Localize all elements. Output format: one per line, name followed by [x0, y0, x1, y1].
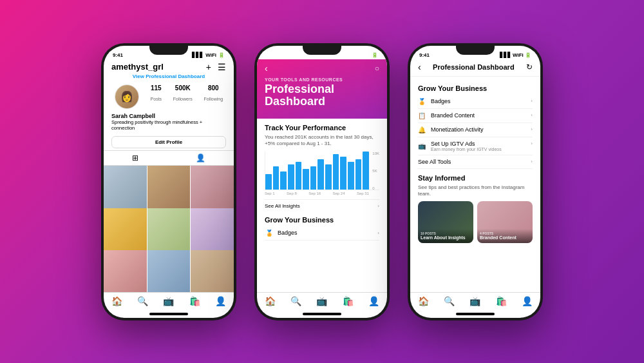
grid-cell-6[interactable]: [191, 208, 234, 251]
badges-chevron: ›: [377, 230, 379, 236]
chevron-icon: ›: [377, 203, 379, 209]
menu-title: Professional Dashboard: [433, 63, 515, 71]
following-stat: 800 Following: [204, 84, 223, 103]
home-icon-2[interactable]: 🏠: [265, 296, 276, 306]
chart-bar: [333, 154, 339, 190]
photo-nav: ⊞ 👤: [104, 150, 234, 166]
grid-cell-2[interactable]: [147, 166, 191, 209]
grow-title-3: Grow Your Business: [418, 84, 533, 92]
branded-menu-label: Branded Content: [431, 112, 475, 119]
grid-cell-4[interactable]: [104, 208, 147, 251]
home-icon[interactable]: 🏠: [111, 296, 122, 306]
stay-informed-title: Stay Informed: [418, 174, 533, 182]
shop-icon[interactable]: 🛍️: [189, 296, 200, 306]
badges-menu-label: Badges: [431, 98, 451, 104]
menu-item-igtv[interactable]: 📺 Set Up IGTV Ads Earn money from your I…: [418, 137, 533, 155]
avatar: 👩: [115, 84, 139, 109]
status-time-1: 9:41: [113, 52, 123, 58]
grid-cell-8[interactable]: [147, 250, 191, 292]
edit-profile-button[interactable]: Edit Profile: [111, 136, 226, 148]
shop-icon-3[interactable]: 🛍️: [496, 296, 507, 306]
followers-stat: 500K Followers: [173, 84, 193, 103]
chart-bar: [363, 152, 369, 190]
chart-bar: [288, 164, 294, 190]
chart-bar: [355, 159, 362, 190]
see-all-insights[interactable]: See All Insights ›: [265, 199, 379, 212]
chart-bar: [348, 162, 354, 190]
dashboard-content: Track Your Performance You reached 201K …: [257, 119, 387, 291]
menu-icon[interactable]: ☰: [218, 62, 226, 72]
menu-header: ‹ Professional Dashboard ↻: [410, 59, 540, 77]
notch-2: [303, 46, 341, 55]
back-button-3[interactable]: ‹: [418, 62, 421, 72]
menu-item-badges[interactable]: 🏅 Badges ›: [418, 95, 533, 109]
profile-icon[interactable]: 👤: [215, 296, 226, 306]
chart-bar: [317, 159, 324, 190]
notch-3: [456, 46, 495, 55]
add-icon[interactable]: +: [206, 62, 211, 72]
profile-icon-2[interactable]: 👤: [368, 296, 379, 306]
see-all-tools[interactable]: See All Tools ›: [418, 155, 533, 169]
grid-cell-5[interactable]: [147, 208, 191, 251]
performance-desc: You reached 201K accounts in the last 30…: [265, 134, 379, 148]
reels-icon-3[interactable]: 📺: [469, 296, 480, 306]
home-indicator-3: [456, 313, 495, 315]
home-indicator-1: [149, 313, 188, 315]
card-title-2: Branded Content: [480, 235, 530, 240]
notch: [149, 46, 188, 55]
chart-bar: [273, 166, 279, 189]
reels-icon[interactable]: 📺: [163, 296, 174, 306]
bottom-nav-1: 🏠 🔍 📺 🛍️ 👤: [104, 292, 234, 311]
bio-text: Spreading positivity through mindfulness…: [111, 119, 226, 132]
tag-view-icon[interactable]: 👤: [196, 153, 205, 162]
back-button-2[interactable]: ‹: [265, 63, 268, 74]
profile-icon-3[interactable]: 👤: [522, 296, 533, 306]
info-cards: 10 POSTS Learn About Insights 4 POSTS Br…: [418, 201, 533, 243]
posts-stat: 115 Posts: [151, 84, 162, 103]
grid-view-icon[interactable]: ⊞: [132, 153, 138, 162]
header-action-icons: + ☰: [206, 62, 226, 72]
phone-menu: 9:41 ▋▋▋ WiFi 🔋 ‹ Professional Dashboard…: [408, 43, 543, 320]
search-icon[interactable]: 🔍: [137, 296, 148, 306]
igtv-sub: Earn money from your IGTV videos: [431, 147, 502, 152]
dashboard-title: Professional Dashboard: [265, 83, 379, 109]
chart-bar: [280, 172, 287, 190]
performance-title: Track Your Performance: [265, 124, 379, 132]
search-icon-3[interactable]: 🔍: [444, 296, 455, 306]
grow-section-2: Grow Your Business 🏅 Badges ›: [265, 216, 379, 240]
chart-x-labels: Sep 1 Sep 8 Sep 16 Sep 24 Sep 31: [265, 191, 379, 195]
menu-content: Grow Your Business 🏅 Badges › 📋: [410, 77, 540, 292]
grid-cell-7[interactable]: [104, 250, 147, 292]
phone-dashboard: 9:41 ▋▋▋ WiFi 🔋 ‹ ○ YOUR TOOLS AND RESOU…: [254, 43, 390, 320]
following-label: Following: [204, 97, 223, 101]
reels-icon-2[interactable]: 📺: [316, 296, 327, 306]
badges-item[interactable]: 🏅 Badges ›: [265, 226, 379, 240]
grid-cell-9[interactable]: [191, 250, 234, 292]
branded-menu-icon: 📋: [418, 112, 427, 119]
monetization-label: Monetization Activity: [431, 126, 484, 133]
igtv-chevron: ›: [531, 141, 533, 146]
menu-item-branded[interactable]: 📋 Branded Content ›: [418, 109, 533, 123]
grow-title-2: Grow Your Business: [265, 216, 379, 224]
grid-cell-1[interactable]: [104, 166, 147, 209]
professional-link[interactable]: View Professional Dashboard: [104, 74, 234, 82]
badges-menu-icon: 🏅: [418, 98, 427, 105]
bottom-nav-3: 🏠 🔍 📺 🛍️ 👤: [410, 292, 540, 311]
settings-icon-2[interactable]: ○: [375, 64, 379, 73]
badges-label: Badges: [278, 230, 298, 236]
refresh-icon[interactable]: ↻: [526, 63, 533, 72]
home-indicator-2: [303, 313, 341, 315]
info-card-2[interactable]: 4 POSTS Branded Content: [477, 201, 533, 243]
shop-icon-2[interactable]: 🛍️: [343, 296, 354, 306]
chart-bar: [296, 162, 302, 190]
search-icon-2[interactable]: 🔍: [290, 296, 301, 306]
home-icon-3[interactable]: 🏠: [418, 296, 429, 306]
status-time-2: 9:41: [266, 52, 276, 58]
menu-item-monetization[interactable]: 🔔 Monetization Activity ›: [418, 123, 533, 137]
info-card-1[interactable]: 10 POSTS Learn About Insights: [418, 201, 473, 243]
chart-bar: [310, 166, 317, 189]
chart-bar: [303, 169, 309, 189]
profile-header: amethyst_grl + ☰: [104, 59, 234, 74]
grid-cell-3[interactable]: [191, 166, 234, 209]
posts-count: 115: [151, 84, 162, 92]
